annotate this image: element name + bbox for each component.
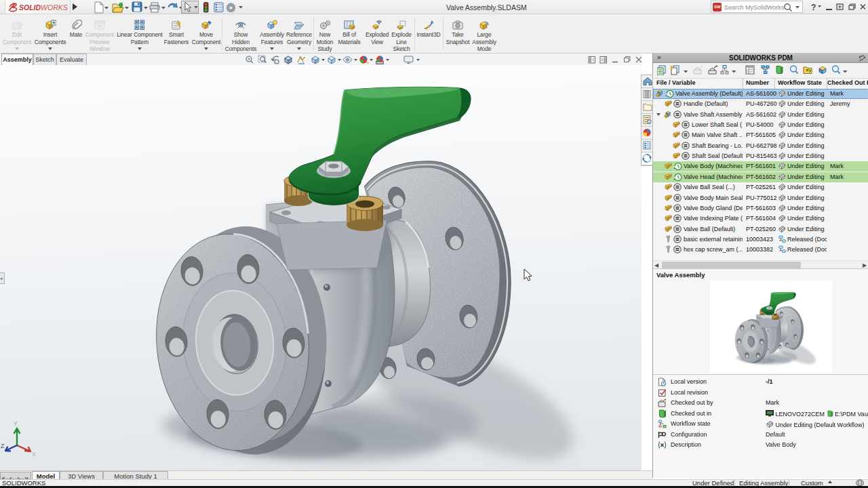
svg-text:Y: Y [14,420,18,427]
svg-text:?: ? [811,3,816,12]
svg-text:X: X [32,451,36,458]
svg-text:SOLIDWORKS: SOLIDWORKS [19,3,68,12]
svg-text:Z: Z [1,443,5,449]
